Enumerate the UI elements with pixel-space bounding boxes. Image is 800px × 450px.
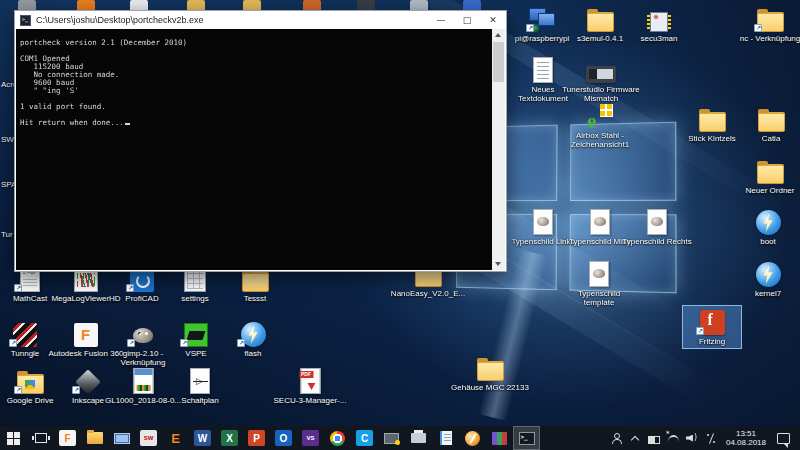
- console-body[interactable]: portcheck version 2.1 (December 2010)COM…: [16, 29, 505, 270]
- shortcut-arrow-icon: [14, 386, 22, 394]
- fusion-360-icon: F: [59, 430, 76, 446]
- desktop-icon-typenschild-template[interactable]: Typenschild template: [568, 258, 630, 309]
- desktop-icon-label: nc - Verknüpfung: [725, 34, 800, 43]
- scrollbar-thumb[interactable]: [493, 42, 504, 82]
- desktop-icon-label: Typenschild Rechts: [615, 237, 699, 246]
- close-button[interactable]: ✕: [480, 11, 506, 29]
- folder-icon: [699, 104, 726, 132]
- console-titlebar[interactable]: C:\Users\joshu\Desktop\portcheckv2b.exe …: [15, 11, 506, 29]
- taskbar-task-view[interactable]: [27, 426, 54, 450]
- taskbar-visual-studio[interactable]: VS: [297, 426, 324, 450]
- gdrive-icon: [17, 366, 44, 394]
- desktop-icon-label: VSPE: [164, 349, 228, 358]
- taskbar-notepad[interactable]: [432, 426, 459, 450]
- portcheck-console-icon: [519, 432, 535, 445]
- desktop-icon-nc-verkn-pfung[interactable]: nc - Verknüpfung: [725, 3, 800, 45]
- desktop-icon-label: flash: [221, 349, 285, 358]
- desktop-icon-schaltplan[interactable]: Schaltplan: [168, 365, 232, 407]
- folder-icon: [757, 156, 784, 184]
- maximize-button[interactable]: □: [454, 11, 480, 29]
- stripes-icon: [13, 319, 37, 347]
- desktop-icon-label: Gehäuse MGC 22133: [440, 383, 540, 392]
- desktop-icon-label: Neuer Ordner: [735, 186, 800, 195]
- usb-device-icon[interactable]: [705, 432, 718, 445]
- shortcut-arrow-icon: [696, 327, 704, 335]
- desktop-icon-geh-use-mgc-22133[interactable]: Gehäuse MGC 22133: [440, 352, 540, 394]
- outlook-icon: O: [275, 430, 292, 446]
- people-icon[interactable]: [610, 432, 623, 445]
- taskbar-portcheck-console[interactable]: [513, 426, 540, 450]
- taskbar-edrawings[interactable]: E: [162, 426, 189, 450]
- taskbar-remote-key[interactable]: [378, 426, 405, 450]
- desktop-icon-kernel7[interactable]: kernel7: [736, 258, 800, 300]
- desktop-icon-secu3man[interactable]: secu3man: [627, 3, 691, 45]
- taskbar-clock[interactable]: 13:51 04.08.2018: [726, 429, 766, 447]
- desktop-icon-s3emul-0-4-1[interactable]: s3emul-0.4.1: [568, 3, 632, 45]
- taskbar-powerpoint[interactable]: P: [243, 426, 270, 450]
- battery-icon[interactable]: [648, 432, 661, 445]
- network-icon[interactable]: [667, 432, 680, 445]
- taskbar-winrar[interactable]: [486, 426, 513, 450]
- fusion-icon: [74, 319, 98, 347]
- taskbar-solidworks[interactable]: SW: [135, 426, 162, 450]
- desktop-icon-label: kernel7: [736, 289, 800, 298]
- taskbar-file-explorer[interactable]: [81, 426, 108, 450]
- lightning-icon: [756, 259, 781, 287]
- desktop-icon-airbox-stahl-zeichenansicht1[interactable]: Airbox Stahl - Zeichenansicht1: [560, 100, 640, 151]
- clock-date: 04.08.2018: [726, 438, 766, 447]
- desktop-icon-label: SECU-3-Manager-...: [263, 396, 358, 405]
- solidworks-icon: SW: [140, 430, 157, 446]
- volume-icon[interactable]: [686, 432, 699, 445]
- scroll-down-icon[interactable]: [495, 262, 501, 266]
- desktop-icon-neuer-ordner[interactable]: Neuer Ordner: [735, 155, 800, 197]
- desktop-icon-label: settings: [163, 294, 227, 303]
- desktop-icon-vspe[interactable]: VSPE: [164, 318, 228, 360]
- schaltplan-icon: [190, 366, 210, 394]
- console-output: portcheck version 2.1 (December 2010)COM…: [20, 39, 489, 127]
- desktop-icon-flash[interactable]: flash: [221, 318, 285, 360]
- taskbar-remote-pc[interactable]: [108, 426, 135, 450]
- shortcut-arrow-icon: [9, 339, 17, 347]
- lightning-icon: [756, 207, 781, 235]
- taskbar-outlook[interactable]: O: [270, 426, 297, 450]
- taskbar-chrome[interactable]: [324, 426, 351, 450]
- dash-icon: [586, 55, 616, 83]
- desktop-icon-tunerstudio-firmware-mismatch[interactable]: Tunerstudio Firmware Mismatch: [558, 54, 644, 105]
- gimp-file-icon: [533, 207, 553, 235]
- console-scrollbar[interactable]: [492, 29, 505, 270]
- hidden-icons-icon[interactable]: [629, 432, 642, 445]
- desktop-icon-boot[interactable]: boot: [736, 206, 800, 248]
- desktop-icon-fritzing[interactable]: Fritzing: [683, 306, 741, 348]
- shortcut-arrow-icon: [526, 24, 534, 32]
- shortcut-arrow-icon: [127, 339, 135, 347]
- scroll-up-icon[interactable]: [495, 33, 501, 37]
- taskbar-excel[interactable]: X: [216, 426, 243, 450]
- desktop: AcroSW VSPATur pi@raspberrypis3emul-0.4.…: [0, 0, 800, 450]
- action-center-icon[interactable]: [777, 433, 790, 444]
- taskbar-start[interactable]: [0, 426, 27, 450]
- chip-icon: [650, 4, 668, 32]
- desktop-icon-label: Airbox Stahl - Zeichenansicht1: [560, 131, 640, 149]
- desktop-icon-label: Schaltplan: [168, 396, 232, 405]
- taskbar-c-app[interactable]: C: [351, 426, 378, 450]
- desktop-icon-catia[interactable]: Catia: [739, 103, 800, 145]
- taskbar-printer[interactable]: [405, 426, 432, 450]
- minimize-button[interactable]: —: [428, 11, 454, 29]
- console-cursor: [125, 123, 130, 125]
- shortcut-arrow-icon: [72, 386, 80, 394]
- vspe-icon: [184, 319, 208, 347]
- c-app-icon: C: [356, 430, 373, 446]
- notepad-icon: [440, 431, 452, 445]
- edrawings-icon: E: [167, 430, 184, 446]
- desktop-icon-secu-3-manager[interactable]: SECU-3-Manager-...: [263, 365, 358, 407]
- desktop-icon-label: Tessst: [223, 294, 287, 303]
- tray-icons: [607, 432, 721, 445]
- taskbar-fusion-360[interactable]: F: [54, 426, 81, 450]
- inkscape-icon: [79, 366, 97, 394]
- clock-time: 13:51: [726, 429, 766, 438]
- remote-key-icon: [384, 433, 399, 444]
- taskbar-paint-tool[interactable]: [459, 426, 486, 450]
- desktop-icon-typenschild-rechts[interactable]: Typenschild Rechts: [615, 206, 699, 248]
- file-explorer-icon: [87, 432, 103, 444]
- taskbar-word[interactable]: W: [189, 426, 216, 450]
